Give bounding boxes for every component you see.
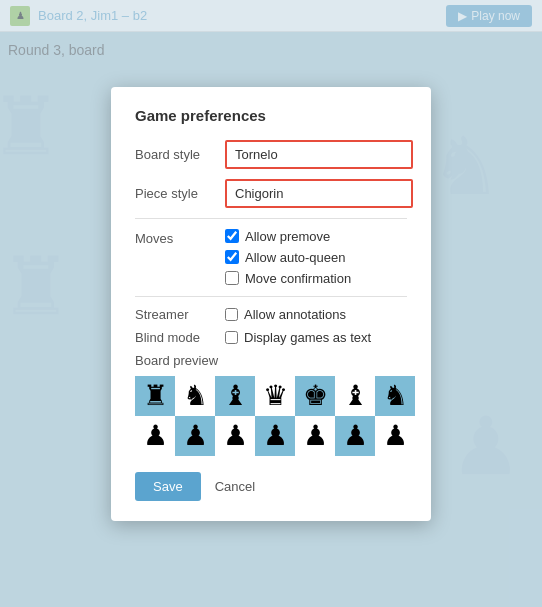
allow-premove-checkbox[interactable] [225,229,239,243]
allow-premove-label: Allow premove [245,229,330,244]
allow-auto-queen-label: Allow auto-queen [245,250,345,265]
display-as-text-row[interactable]: Display games as text [225,330,371,345]
modal-dialog: Game preferences Board style Piece style… [111,87,431,521]
moves-row: Moves Allow premove Allow auto-queen Mov… [135,229,407,286]
modal-overlay: Game preferences Board style Piece style… [0,0,542,607]
divider-2 [135,296,407,297]
moves-options: Allow premove Allow auto-queen Move conf… [225,229,351,286]
move-confirmation-label: Move confirmation [245,271,351,286]
streamer-label: Streamer [135,307,225,322]
board-style-input[interactable] [225,140,413,169]
board-cell-9: ♟ [215,416,255,456]
board-style-label: Board style [135,147,225,162]
board-cell-4: ♚ [295,376,335,416]
cancel-button[interactable]: Cancel [211,472,259,501]
piece-style-input[interactable] [225,179,413,208]
allow-annotations-label: Allow annotations [244,307,346,322]
modal-footer: Save Cancel [135,472,407,501]
board-cell-3: ♛ [255,376,295,416]
modal-title: Game preferences [135,107,407,124]
blind-mode-label: Blind mode [135,330,225,345]
board-cell-11: ♟ [295,416,335,456]
move-confirmation-row[interactable]: Move confirmation [225,271,351,286]
piece-style-label: Piece style [135,186,225,201]
board-cell-5: ♝ [335,376,375,416]
allow-auto-queen-checkbox[interactable] [225,250,239,264]
board-cell-6: ♞ [375,376,415,416]
allow-auto-queen-row[interactable]: Allow auto-queen [225,250,351,265]
board-cell-13: ♟ [375,416,415,456]
save-button[interactable]: Save [135,472,201,501]
board-preview-title: Board preview [135,353,407,368]
display-as-text-checkbox[interactable] [225,331,238,344]
piece-style-row: Piece style [135,179,407,208]
board-cell-0: ♜ [135,376,175,416]
divider-1 [135,218,407,219]
board-cell-7: ♟ [135,416,175,456]
board-cell-2: ♝ [215,376,255,416]
allow-annotations-checkbox[interactable] [225,308,238,321]
board-preview: ♜♞♝♛♚♝♞♟♟♟♟♟♟♟ [135,376,415,456]
board-cell-10: ♟ [255,416,295,456]
display-as-text-label: Display games as text [244,330,371,345]
allow-premove-row[interactable]: Allow premove [225,229,351,244]
allow-annotations-row[interactable]: Allow annotations [225,307,346,322]
moves-label: Moves [135,229,225,246]
board-cell-8: ♟ [175,416,215,456]
board-style-row: Board style [135,140,407,169]
board-cell-12: ♟ [335,416,375,456]
move-confirmation-checkbox[interactable] [225,271,239,285]
blind-mode-row: Blind mode Display games as text [135,330,407,345]
board-cell-1: ♞ [175,376,215,416]
streamer-row: Streamer Allow annotations [135,307,407,322]
